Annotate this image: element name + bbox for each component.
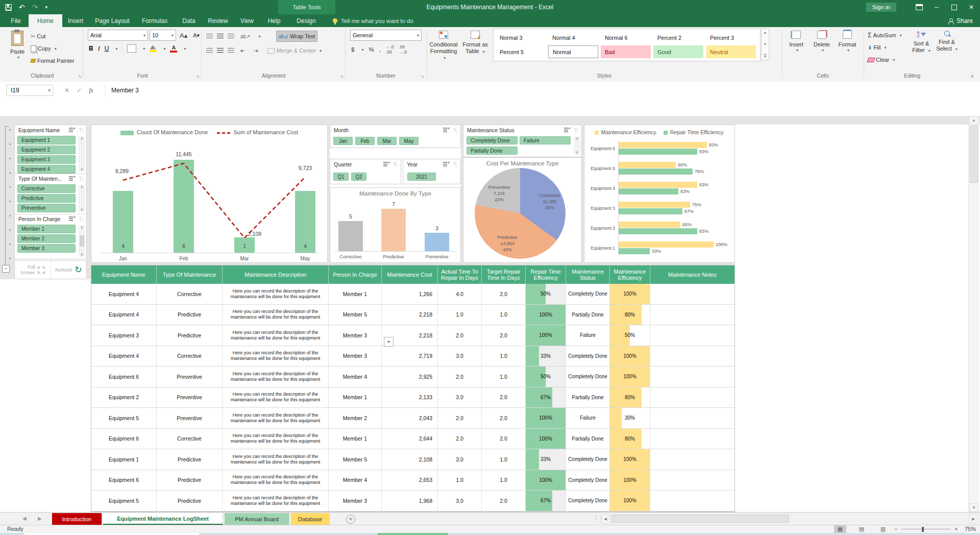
ribbon-tab-home[interactable]: Home — [29, 14, 62, 27]
cell-target-repair-time-in-days[interactable]: 2.0 — [482, 284, 526, 304]
cell-maintenance-description[interactable]: Here you can record the description of t… — [223, 408, 329, 428]
tell-me-box[interactable]: Tell me what you want to do — [333, 14, 413, 27]
style-chip-neutral[interactable]: Neutral — [706, 45, 756, 58]
redo-icon[interactable]: ↷ — [32, 0, 38, 14]
cell-maintenance-description[interactable]: Here you can record the description of t… — [223, 367, 329, 387]
cell-maintenance-status[interactable]: Completely Done — [566, 284, 610, 304]
cell-maintenance-description[interactable]: Here you can record the description of t… — [223, 470, 329, 491]
cell-repair-time-efficiency[interactable]: 67% — [526, 387, 566, 408]
align-center-icon[interactable] — [217, 48, 224, 53]
cell-equipment-name[interactable]: Equipment 6 — [91, 429, 157, 449]
cell-maintenance-cost[interactable]: 2,653 — [382, 470, 438, 491]
cell-equipment-name[interactable]: Equipment 1 — [91, 449, 157, 470]
ribbon-tab-data[interactable]: Data — [178, 14, 200, 27]
clear-button[interactable]: Clear▾ — [866, 55, 904, 65]
cell-equipment-name[interactable]: Equipment 6 — [91, 470, 157, 491]
cell-target-repair-time-in-days[interactable]: 1.0 — [482, 367, 526, 387]
cell-maintenance-cost[interactable]: 2,719 — [382, 346, 438, 367]
slicer-scroll-down-icon[interactable]: ∨ — [81, 207, 84, 212]
cell-repair-time-efficiency[interactable]: 100% — [526, 325, 566, 346]
cell-person-in-charge[interactable]: Member 3 — [329, 491, 382, 511]
name-box[interactable]: I19 ▾ — [6, 85, 53, 96]
cell-maintenance-cost[interactable]: 2,108 — [382, 449, 438, 470]
cell-repair-time-efficiency[interactable]: 50% — [526, 284, 566, 304]
style-chip-normal-6[interactable]: Normal 6 — [601, 31, 651, 44]
ribbon-tab-formulas[interactable]: Formulas — [138, 14, 172, 27]
share-button[interactable]: Share — [948, 14, 973, 27]
scroll-down-icon[interactable]: ▼ — [969, 503, 978, 512]
increase-indent-icon[interactable]: ⇥ — [251, 45, 260, 56]
format-cells-button[interactable]: Format ▾ — [835, 29, 860, 67]
cell-maintenance-description[interactable]: Here you can record the description of t… — [223, 491, 329, 511]
cell-person-in-charge[interactable]: Member 4 — [329, 470, 382, 491]
cell-target-repair-time-in-days[interactable]: 1.0 — [482, 346, 526, 367]
cell-maintenance-efficiency[interactable]: 80% — [610, 429, 650, 449]
cell-equipment-name[interactable]: Equipment 5 — [91, 491, 157, 511]
cell-maintenance-notes[interactable] — [650, 325, 735, 346]
cell-equipment-name[interactable]: Equipment 4 — [91, 284, 157, 304]
cell-type-of-maintenance[interactable]: Predictive — [157, 325, 223, 346]
multi-select-icon[interactable] — [564, 127, 571, 134]
clipboard-dialog-launcher-icon[interactable]: ↘ — [78, 74, 81, 79]
cell-maintenance-description[interactable]: Here you can record the description of t… — [223, 429, 329, 449]
close-icon[interactable]: ✕ — [963, 0, 980, 14]
column-header-type-of-maintenance[interactable]: Type Of Maintenance — [157, 265, 223, 284]
bold-button[interactable]: B — [89, 45, 93, 52]
align-right-icon[interactable] — [228, 48, 234, 53]
cell-type-of-maintenance[interactable]: Corrective — [157, 284, 223, 304]
cell-maintenance-efficiency[interactable]: 100% — [610, 491, 650, 511]
slicer-item-equipment-4[interactable]: Equipment 4 — [17, 165, 76, 174]
multi-select-icon[interactable] — [69, 127, 76, 134]
cell-repair-time-efficiency[interactable]: 100% — [526, 429, 566, 449]
cancel-formula-icon[interactable]: ✕ — [64, 87, 69, 94]
format-as-table-button[interactable]: Format as Table ▾ — [460, 29, 490, 67]
cell-actual-time-to-repair-in-days[interactable]: 3.0 — [438, 387, 482, 408]
font-size-combo[interactable]: 10▾ — [150, 30, 176, 41]
slicer-item-equipment-2[interactable]: Equipment 2 — [17, 145, 76, 154]
sort-filter-button[interactable]: AZ Sort & Filter ▾ — [910, 29, 933, 67]
insert-function-icon[interactable]: fx — [89, 87, 93, 94]
cell-target-repair-time-in-days[interactable]: 1.0 — [482, 470, 526, 491]
cell-maintenance-status[interactable]: Partially Done — [566, 305, 610, 325]
name-box-dropdown-icon[interactable]: ▾ — [48, 88, 51, 93]
cell-maintenance-efficiency[interactable]: 80% — [610, 387, 650, 408]
vertical-scrollbar[interactable]: ▲ ▼ — [968, 116, 979, 512]
status-item-failure[interactable]: Failure — [520, 136, 571, 144]
style-chip-percent-2[interactable]: Percent 2 — [653, 31, 703, 44]
cell-target-repair-time-in-days[interactable]: 1.0 — [482, 449, 526, 470]
cell-maintenance-cost[interactable]: 2,133 — [382, 387, 438, 408]
cell-maintenance-cost[interactable]: 1,266 — [382, 284, 438, 304]
clear-filter-icon[interactable] — [78, 216, 84, 222]
status-item-completely-done[interactable]: Completely Done — [467, 136, 518, 144]
zoom-out-icon[interactable]: − — [894, 526, 897, 532]
cell-repair-time-efficiency[interactable]: 100% — [526, 408, 566, 428]
cell-maintenance-efficiency[interactable]: 100% — [610, 367, 650, 387]
fill-color-button[interactable] — [150, 45, 157, 52]
cell-person-in-charge[interactable]: Member 3 — [329, 325, 382, 346]
column-header-actual-time-to-repair-in-days[interactable]: Actual Time To Repair In Days — [438, 265, 482, 284]
slicer-item-equipment-3[interactable]: Equipment 3 — [17, 155, 76, 164]
cell-type-of-maintenance[interactable]: Preventive — [157, 387, 223, 408]
alignment-dialog-launcher-icon[interactable]: ↘ — [340, 74, 344, 79]
slicer-item-predictive[interactable]: Predictive — [17, 194, 76, 203]
multi-select-icon[interactable] — [443, 127, 450, 134]
font-family-combo[interactable]: Arial▾ — [88, 30, 148, 41]
clear-filter-icon[interactable] — [452, 128, 458, 133]
increase-decimal-button[interactable]: ←.0.00 — [386, 44, 394, 55]
sign-in-button[interactable]: Sign in — [866, 3, 896, 12]
cell-equipment-name[interactable]: Equipment 3 — [91, 325, 157, 346]
delete-cells-button[interactable]: Delete ▾ — [810, 29, 834, 67]
cell-person-in-charge[interactable]: Member 3 — [329, 346, 382, 367]
cell-maintenance-status[interactable]: Partially Done — [566, 429, 610, 449]
outline-collapse-button[interactable]: − — [2, 265, 10, 273]
horizontal-scroll-thumb[interactable] — [611, 515, 789, 523]
style-chip-percent-3[interactable]: Percent 3 — [706, 31, 756, 44]
cell-target-repair-time-in-days[interactable]: 2.0 — [482, 408, 526, 428]
minimize-icon[interactable]: ─ — [928, 0, 945, 14]
cell-actual-time-to-repair-in-days[interactable]: 1.0 — [438, 470, 482, 491]
cell-equipment-name[interactable]: Equipment 4 — [91, 346, 157, 367]
cell-maintenance-status[interactable]: Completely Done — [566, 470, 610, 491]
number-format-combo[interactable]: General▾ — [350, 30, 422, 41]
wrap-text-button[interactable]: ab↲ Wrap Text — [276, 31, 318, 42]
sheet-nav-right-icon[interactable]: ▶ — [38, 516, 42, 521]
